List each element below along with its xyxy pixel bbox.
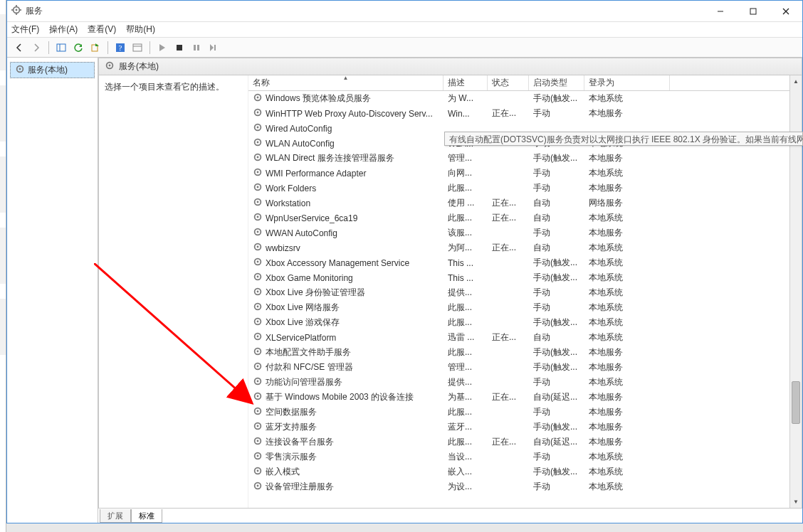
menu-help[interactable]: 帮助(H) (126, 23, 155, 36)
svg-point-26 (257, 97, 259, 99)
svg-point-62 (257, 366, 259, 368)
main-pane: 服务(本地) 选择一个项目来查看它的描述。 名称▲ 描述 状态 启动类型 登录为 (98, 58, 802, 523)
scroll-track[interactable] (790, 87, 802, 496)
service-name: 蓝牙支持服务 (266, 421, 317, 433)
properties-button[interactable] (130, 40, 145, 55)
table-row[interactable]: 功能访问管理器服务提供...手动本地系统 (248, 375, 802, 390)
service-name: WLAN Direct 服务连接管理器服务 (266, 152, 394, 164)
gear-icon (253, 92, 263, 105)
tab-standard[interactable]: 标准 (131, 509, 162, 523)
adjacent-window-edge (0, 0, 6, 532)
table-row[interactable]: Windows 预览体验成员服务为 W...手动(触发...本地系统 (248, 91, 802, 106)
table-row[interactable]: Workstation使用 ...正在...自动网络服务 (248, 196, 802, 211)
scroll-thumb[interactable] (792, 381, 800, 424)
close-button[interactable] (770, 1, 802, 22)
table-row[interactable]: Xbox Accessory Management ServiceThis ..… (248, 255, 802, 270)
service-logon: 本地服务 (584, 227, 670, 239)
description-pane: 选择一个项目来查看它的描述。 (99, 75, 248, 508)
main-inner: 服务(本地) 选择一个项目来查看它的描述。 名称▲ 描述 状态 启动类型 登录为 (98, 58, 802, 509)
service-name: XLServicePlatform (266, 333, 336, 343)
svg-point-64 (257, 381, 259, 383)
col-startup[interactable]: 启动类型 (529, 75, 584, 90)
export-list-button[interactable] (88, 40, 103, 55)
gear-icon (253, 316, 263, 329)
service-desc: 此服... (444, 182, 488, 194)
service-name: Xbox Game Monitoring (266, 273, 353, 283)
table-row[interactable]: wwbizsrv为阿...正在...自动本地系统 (248, 240, 802, 255)
start-service-button[interactable] (154, 40, 170, 55)
restart-service-button[interactable] (206, 40, 221, 55)
svg-point-48 (257, 261, 259, 263)
table-row[interactable]: Xbox Live 网络服务此服...手动本地系统 (248, 300, 802, 315)
table-row[interactable]: WMI Performance Adapter向网...手动本地系统 (248, 166, 802, 181)
table-row[interactable]: Xbox Live 身份验证管理器提供...手动本地系统 (248, 285, 802, 300)
table-row[interactable]: WLAN Direct 服务连接管理器服务管理...手动(触发...本地服务 (248, 151, 802, 166)
table-row[interactable]: Xbox Game MonitoringThis ...手动(触发...本地系统 (248, 270, 802, 285)
tree-root-node[interactable]: 服务(本地) (10, 62, 95, 78)
svg-rect-7 (750, 9, 756, 14)
table-row[interactable]: XLServicePlatform迅雷 ...正在...自动本地系统 (248, 330, 802, 345)
svg-rect-20 (214, 45, 216, 50)
table-row[interactable]: WpnUserService_6ca19此服...正在...自动本地系统 (248, 211, 802, 225)
nav-back-button[interactable] (11, 40, 27, 55)
scroll-up-icon[interactable]: ▲ (790, 75, 802, 87)
service-desc: 此服... (444, 406, 488, 418)
gear-icon (253, 257, 263, 269)
gear-icon (253, 152, 263, 164)
nav-forward-button[interactable] (28, 40, 44, 55)
tab-extended[interactable]: 扩展 (100, 509, 131, 523)
col-status[interactable]: 状态 (488, 75, 529, 90)
menu-view[interactable]: 查看(V) (88, 23, 116, 36)
service-logon: 本地系统 (584, 331, 670, 344)
tree-pane[interactable]: 服务(本地) (7, 58, 98, 523)
table-row[interactable]: 基于 Windows Mobile 2003 的设备连接为基...正在...自动… (248, 390, 802, 405)
pane-header: 服务(本地) (99, 58, 802, 75)
table-row[interactable]: 零售演示服务当设...手动本地系统 (248, 449, 802, 464)
service-startup: 手动(触发... (529, 466, 584, 478)
maximize-button[interactable] (737, 1, 770, 22)
service-desc: 此服... (444, 436, 488, 448)
table-row[interactable]: 付款和 NFC/SE 管理器管理...手动(触发...本地服务 (248, 360, 802, 375)
service-startup: 手动 (529, 481, 584, 493)
service-logon: 本地服务 (584, 152, 670, 164)
table-row[interactable]: 蓝牙支持服务蓝牙...手动(触发...本地服务 (248, 420, 802, 435)
service-name: 嵌入模式 (266, 466, 300, 478)
table-row[interactable]: 嵌入模式嵌入...手动(触发...本地系统 (248, 464, 802, 479)
services-icon (105, 60, 115, 73)
service-startup: 自动(延迟... (529, 391, 584, 403)
gear-icon (253, 242, 263, 254)
service-status: 正在... (488, 107, 529, 119)
table-row[interactable]: Work Folders此服...手动本地服务 (248, 181, 802, 196)
svg-point-72 (257, 440, 259, 442)
table-row[interactable]: 空间数据服务此服...手动本地服务 (248, 405, 802, 420)
service-desc: 当设... (444, 451, 488, 463)
svg-rect-19 (197, 45, 199, 50)
stop-service-button[interactable] (172, 40, 187, 55)
table-row[interactable]: WWAN AutoConfig该服...手动本地服务 (248, 225, 802, 240)
table-row[interactable]: 本地配置文件助手服务此服...手动(触发...本地服务 (248, 345, 802, 360)
table-row[interactable]: Xbox Live 游戏保存此服...手动(触发...本地系统 (248, 315, 802, 330)
table-row[interactable]: 连接设备平台服务此服...正在...自动(延迟...本地服务 (248, 435, 802, 449)
svg-point-1 (16, 9, 18, 11)
col-logon[interactable]: 登录为 (584, 75, 670, 90)
col-name[interactable]: 名称▲ (248, 75, 444, 90)
svg-point-66 (257, 395, 259, 398)
col-desc[interactable]: 描述 (444, 75, 488, 90)
service-startup: 手动 (529, 302, 584, 314)
help-button[interactable]: ? (112, 40, 128, 55)
table-row[interactable]: 设备管理注册服务为设...手动本地系统 (248, 479, 802, 494)
scroll-down-icon[interactable]: ▼ (790, 496, 802, 508)
minimize-button[interactable] (704, 1, 737, 22)
table-row[interactable]: WinHTTP Web Proxy Auto-Discovery Serv...… (248, 106, 802, 121)
service-startup: 手动 (529, 287, 584, 299)
pause-service-button[interactable] (189, 40, 204, 55)
service-logon: 本地服务 (584, 107, 670, 119)
menu-action[interactable]: 操作(A) (49, 23, 78, 36)
menu-file[interactable]: 文件(F) (11, 23, 39, 36)
service-desc: This ... (444, 273, 488, 283)
refresh-button[interactable] (70, 40, 86, 55)
svg-point-42 (257, 216, 259, 218)
svg-text:?: ? (119, 43, 122, 52)
show-hide-tree-button[interactable] (53, 40, 69, 55)
service-name: Xbox Live 网络服务 (266, 302, 340, 314)
